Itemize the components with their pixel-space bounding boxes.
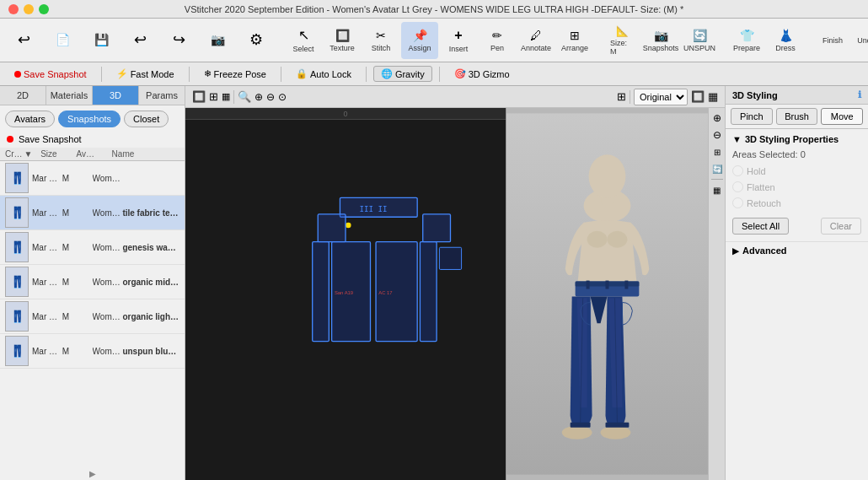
select-all-button[interactable]: Select All (732, 218, 789, 235)
list-item[interactable]: 👖 Mar 2… M Wom… (0, 161, 185, 196)
toolbar-finish[interactable]: Finish (814, 22, 851, 59)
retouch-radio[interactable] (732, 197, 743, 208)
toolbar-texture[interactable]: 🔲 Texture (324, 22, 361, 59)
list-item[interactable]: 👖 Mar 2… M Wom… organic light … (0, 299, 185, 334)
grid-icon[interactable]: ⊞ (209, 90, 218, 103)
zoom-fit[interactable]: 🔍 (238, 90, 251, 103)
zoom-out[interactable]: ⊖ (266, 91, 275, 103)
edge-sep (711, 179, 723, 180)
advanced-header[interactable]: ▶ Advanced (732, 245, 861, 256)
pocket-piece-tr[interactable] (423, 214, 451, 242)
fast-mode-label: Fast Mode (131, 69, 174, 79)
insert-label: Insert (449, 45, 469, 53)
toolbar-file[interactable]: 📄 (44, 22, 81, 59)
snapshot-thumb: 👖 (5, 232, 29, 262)
close-button[interactable] (8, 4, 19, 14)
flatten-radio[interactable] (732, 181, 743, 192)
avatar-view[interactable] (506, 108, 708, 480)
toolbar-dress[interactable]: 👗 Dress (767, 22, 804, 59)
hold-radio[interactable] (732, 165, 743, 176)
auto-lock-button[interactable]: 🔒 Auto Lock (288, 66, 359, 82)
3d-icons2[interactable]: ▦ (708, 90, 718, 103)
col-avatar[interactable]: Av… (76, 149, 110, 159)
toolbar-undress[interactable]: Undress (853, 22, 868, 59)
3d-grid-icon[interactable]: ⊞ (617, 90, 626, 103)
toolbar-stitch[interactable]: ✂ Stitch (362, 22, 399, 59)
advanced-label: Advanced (742, 245, 787, 256)
tab-materials[interactable]: Materials (46, 86, 93, 105)
toolbar-arrange[interactable]: ⊞ Arrange (556, 22, 593, 59)
actionbar-sep-3 (281, 67, 281, 82)
svg-rect-9 (606, 281, 609, 289)
snap-name: genesis was… (122, 243, 179, 252)
window-controls[interactable] (8, 4, 49, 14)
expand-arrow[interactable]: ▶ (0, 467, 185, 480)
zoom-1to1[interactable]: ⊙ (278, 91, 287, 103)
2d-view-icon[interactable]: 🔲 (192, 90, 206, 103)
toolbar-prepare[interactable]: 👕 Prepare (728, 22, 765, 59)
left-panel: 2D Materials 3D Params Avatars Snapshots… (0, 86, 185, 480)
toolbar-camera[interactable]: 📷 (199, 22, 236, 59)
toolbar-annotate[interactable]: 🖊 Annotate (517, 22, 555, 59)
col-size[interactable]: Size (40, 149, 74, 159)
rotate-btn[interactable]: 🔄 (710, 162, 724, 175)
tab-3d[interactable]: 3D (93, 86, 139, 105)
maximize-button[interactable] (39, 4, 49, 14)
minimize-button[interactable] (24, 4, 34, 14)
tab-2d[interactable]: 2D (0, 86, 46, 105)
toolbar-save[interactable]: 💾 (83, 22, 120, 59)
grid-toggle[interactable]: ▦ (710, 183, 724, 197)
snap-tab-closet[interactable]: Closet (124, 111, 169, 127)
snap-name: unspun blue … (122, 347, 179, 356)
3d-icons[interactable]: 🔲 (691, 90, 705, 103)
col-name[interactable]: Name (112, 149, 179, 159)
snap-tab-avatars[interactable]: Avatars (5, 111, 55, 127)
col-created[interactable]: Cr… ▼ (5, 149, 39, 159)
arrange-label: Arrange (561, 44, 588, 52)
toolbar-assign[interactable]: 📌 Assign (401, 22, 438, 59)
list-item[interactable]: 👖 Mar 2… M Wom… tile fabric te… (0, 196, 185, 230)
toolbar-size[interactable]: 📐 Size: M (603, 22, 640, 59)
snap-tab-snapshots[interactable]: Snapshots (58, 111, 121, 127)
list-item[interactable]: 👖 Mar 2… M Wom… unspun blue … (0, 334, 185, 369)
zoom-in[interactable]: ⊕ (255, 91, 263, 103)
pocket-piece-tl[interactable] (318, 214, 346, 242)
side-panel-left[interactable] (313, 242, 330, 342)
snapshot-tabs: Avatars Snapshots Closet (0, 105, 185, 131)
actionbar-sep-4 (366, 67, 367, 82)
move-button[interactable]: Move (821, 108, 863, 125)
small-piece-br[interactable] (439, 247, 461, 269)
toolbar-settings[interactable]: ⚙ (238, 22, 275, 59)
zoom-out-btn[interactable]: ⊖ (710, 128, 724, 142)
pattern-view[interactable]: 0 III II (185, 108, 506, 480)
pattern-label: III II (359, 204, 387, 213)
zoom-in-btn[interactable]: ⊕ (710, 111, 724, 125)
list-item[interactable]: 👖 Mar 2… M Wom… organic mid … (0, 265, 185, 299)
gizmo-label: 3D Gizmo (469, 69, 510, 79)
fast-mode-button[interactable]: ⚡ Fast Mode (109, 66, 182, 82)
freeze-pose-button[interactable]: ❄ Freeze Pose (196, 66, 274, 82)
toolbar-snapshots[interactable]: 📷 Snapshots (642, 22, 679, 59)
fit-btn[interactable]: ⊞ (710, 145, 724, 159)
toolbar-back[interactable]: ↩ (5, 22, 42, 59)
toolbar-insert[interactable]: + Insert (440, 22, 477, 59)
pinch-button[interactable]: Pinch (731, 108, 773, 125)
toolbar-select[interactable]: ↖ Select (285, 22, 322, 59)
gravity-button[interactable]: 🌐 Gravity (373, 66, 432, 82)
collapse-icon[interactable]: ▼ (732, 134, 742, 144)
auto-lock-label: Auto Lock (310, 69, 351, 79)
original-dropdown[interactable]: Original (634, 89, 688, 105)
list-item[interactable]: 👖 Mar 2… M Wom… genesis was… (0, 230, 185, 265)
side-panel-right[interactable] (420, 242, 437, 342)
brush-button[interactable]: Brush (776, 108, 818, 125)
toolbar-redo[interactable]: ↪ (160, 22, 197, 59)
toolbar-pen[interactable]: ✏ Pen (479, 22, 516, 59)
clear-button[interactable]: Clear (821, 218, 861, 235)
toolbar-unspun[interactable]: 🔄 UNSPUN (681, 22, 718, 59)
info-icon[interactable]: ℹ (858, 89, 861, 100)
toolbar-undo[interactable]: ↩ (121, 22, 158, 59)
tab-params[interactable]: Params (139, 86, 185, 105)
gizmo-button[interactable]: 🎯 3D Gizmo (447, 66, 517, 82)
layout-icon[interactable]: ▦ (222, 91, 230, 102)
save-snapshot-button[interactable]: Save Snapshot (7, 67, 94, 82)
